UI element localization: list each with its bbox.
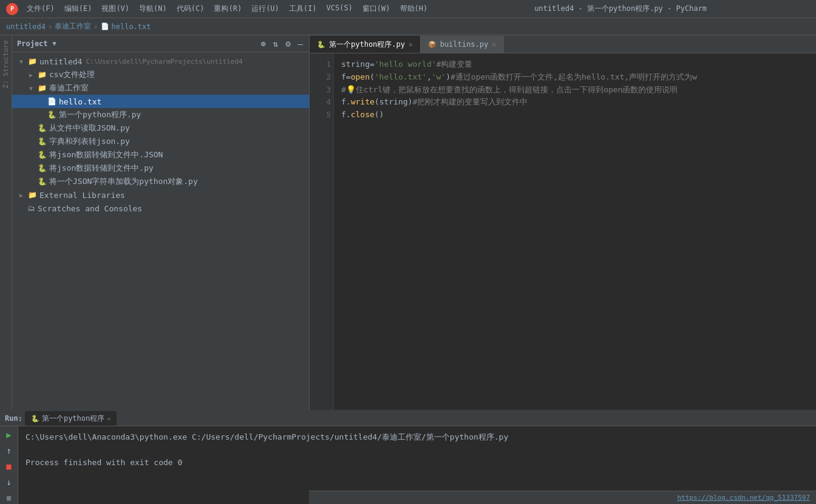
file-name-11: Scratches and Consoles [38, 204, 142, 213]
editor-panel: 🐍 第一个python程序.py ✕ 📦 builtins.py ✕ 1 2 3… [310, 35, 816, 410]
file-name-4: 第一个python程序.py [59, 109, 141, 120]
tree-item-6[interactable]: 🐍字典和列表转json.py [12, 135, 309, 148]
run-tab-label: 第一个python程序 [42, 414, 104, 424]
file-name-6: 字典和列表转json.py [49, 136, 130, 147]
menu-navigate[interactable]: 导航(N) [135, 2, 171, 15]
statusbar: https://blog.csdn.net/qq_51337597 [309, 491, 816, 504]
file-icon-7: 🐍 [38, 151, 47, 159]
menu-vcs[interactable]: VCS(S) [323, 2, 356, 15]
menu-code[interactable]: 代码(C) [173, 2, 208, 15]
code-line-2: f=open('hello.txt','w')#通过open函数打开一个文件,起… [341, 71, 809, 84]
file-name-7: 将json数据转储到文件中.JSON [49, 149, 163, 160]
menu-file[interactable]: 文件(F) [23, 2, 58, 15]
menu-edit[interactable]: 编辑(E) [61, 2, 96, 15]
menu-view[interactable]: 视图(V) [98, 2, 133, 15]
tree-item-3[interactable]: 📄hello.txt [12, 95, 309, 108]
file-icon-11: 🗂 [28, 204, 35, 213]
side-panel-labels: Z: Structure [0, 35, 12, 410]
project-toolbar: Project ▼ ⊕ ⇅ ⚙ — [12, 35, 309, 52]
file-tree: ▼📁untitled4C:\Users\dell\PycharmProjects… [12, 52, 309, 410]
file-name-8: 将json数据转储到文件中.py [49, 163, 154, 174]
tab-first-close[interactable]: ✕ [409, 41, 413, 49]
tab-builtin-label: builtins.py [440, 40, 488, 49]
menu-tools[interactable]: 工具(I) [285, 2, 321, 15]
breadcrumb-file[interactable]: hello.txt [112, 22, 151, 31]
file-icon-9: 🐍 [38, 177, 47, 186]
file-name-1: csv文件处理 [49, 69, 95, 80]
file-name-5: 从文件中读取JSON.py [49, 123, 130, 134]
file-icon-5: 🐍 [38, 124, 47, 132]
file-path-0: C:\Users\dell\PycharmProjects\untitled4 [86, 58, 242, 66]
code-line-1: string='hello world'#构建变量 [341, 58, 809, 71]
code-line-4: f.write(string)#把刚才构建的变量写入到文件中 [341, 96, 809, 109]
window-title: untitled4 - 第一个python程序.py - PyCharm [431, 4, 810, 14]
run-play-icon[interactable]: ▶ [3, 429, 15, 441]
menu-bar: 文件(F) 编辑(E) 视图(V) 导航(N) 代码(C) 重构(R) 运行(U… [23, 2, 431, 15]
code-editor[interactable]: string='hello world'#构建变量 f=open('hello.… [334, 53, 816, 410]
run-tabs: Run: 🐍 第一个python程序 ✕ [0, 411, 816, 426]
breadcrumb-icon: 📄 [101, 22, 109, 30]
tab-first-label: 第一个python程序.py [329, 39, 405, 50]
run-stop-icon[interactable]: ■ [3, 460, 15, 472]
line-num-1: 1 [312, 58, 331, 71]
tree-item-1[interactable]: ▶📁csv文件处理 [12, 68, 309, 81]
file-icon-10: 📁 [28, 191, 37, 199]
tree-item-5[interactable]: 🐍从文件中读取JSON.py [12, 121, 309, 135]
menu-run[interactable]: 运行(U) [248, 2, 283, 15]
tree-item-7[interactable]: 🐍将json数据转储到文件中.JSON [12, 148, 309, 162]
menu-help[interactable]: 帮助(H) [396, 2, 432, 15]
tree-item-0[interactable]: ▼📁untitled4C:\Users\dell\PycharmProjects… [12, 55, 309, 68]
file-name-0: untitled4 [39, 57, 82, 66]
breadcrumb-folder[interactable]: 泰迪工作室 [55, 21, 91, 32]
breadcrumb: untitled4 › 泰迪工作室 › 📄 hello.txt [0, 18, 816, 35]
file-icon-8: 🐍 [38, 164, 47, 172]
settings-icon[interactable]: ⚙ [284, 39, 291, 49]
run-blank-line [25, 444, 809, 457]
run-tab-program[interactable]: 🐍 第一个python程序 ✕ [25, 411, 117, 426]
tree-item-4[interactable]: 🐍第一个python程序.py [12, 108, 309, 121]
tab-builtins[interactable]: 📦 builtins.py ✕ [421, 36, 504, 53]
line-num-3: 3 [312, 84, 331, 97]
tree-item-9[interactable]: 🐍将一个JSON字符串加载为python对象.py [12, 175, 309, 188]
line-num-4: 4 [312, 96, 331, 109]
run-down-icon[interactable]: ↓ [3, 476, 15, 488]
project-label: Project [17, 39, 48, 48]
run-path-line: C:\Users\dell\Anaconda3\python.exe C:/Us… [25, 431, 809, 444]
sync-icon[interactable]: ⇅ [272, 39, 279, 49]
file-icon-1: 📁 [38, 70, 47, 79]
project-caret[interactable]: ▼ [53, 40, 56, 47]
file-name-2: 泰迪工作室 [49, 83, 89, 94]
status-url[interactable]: https://blog.csdn.net/qq_51337597 [677, 494, 810, 502]
tree-item-2[interactable]: ▼📁泰迪工作室 [12, 81, 309, 95]
bottom-panel: Run: 🐍 第一个python程序 ✕ ▶ ↑ ■ ↓ ≡ ⊟ C:\User… [0, 410, 816, 504]
menu-refactor[interactable]: 重构(R) [210, 2, 245, 15]
run-label: Run: [5, 414, 22, 423]
line-num-2: 2 [312, 71, 331, 84]
file-icon-6: 🐍 [38, 137, 47, 146]
add-icon[interactable]: ⊕ [259, 39, 267, 49]
main-area: Z: Structure Project ▼ ⊕ ⇅ ⚙ — ▼📁untitle… [0, 35, 816, 410]
tree-item-10[interactable]: ▶📁External Libraries [12, 188, 309, 202]
breadcrumb-project[interactable]: untitled4 [6, 22, 46, 31]
minimize-icon[interactable]: — [297, 39, 304, 49]
code-line-3: #💡住ctrl键，把鼠标放在想要查找的函数上，得到超链接，点击一下得到open函… [341, 84, 809, 97]
editor-content: 1 2 3 4 5 string='hello world'#构建变量 f=op… [310, 53, 816, 410]
menu-window[interactable]: 窗口(W) [359, 2, 394, 15]
run-exit-line: Process finished with exit code 0 [25, 457, 809, 469]
tab-py-icon: 🐍 [317, 41, 325, 49]
run-up-icon[interactable]: ↑ [3, 444, 15, 457]
file-icon-2: 📁 [38, 84, 47, 92]
project-panel: Project ▼ ⊕ ⇅ ⚙ — ▼📁untitled4C:\Users\de… [12, 35, 310, 410]
run-wrap-icon[interactable]: ≡ [3, 492, 15, 504]
tab-first-python[interactable]: 🐍 第一个python程序.py ✕ [310, 36, 421, 53]
run-tab-icon: 🐍 [31, 415, 39, 423]
file-icon-4: 🐍 [47, 111, 56, 119]
tree-item-8[interactable]: 🐍将json数据转储到文件中.py [12, 162, 309, 175]
run-tab-close[interactable]: ✕ [107, 415, 110, 422]
breadcrumb-sep1: › [48, 22, 52, 31]
tab-builtin-close[interactable]: ✕ [492, 41, 496, 49]
code-line-5: f.close() [341, 109, 809, 121]
structure-label[interactable]: Z: Structure [2, 40, 10, 88]
tree-item-11[interactable]: 🗂Scratches and Consoles [12, 202, 309, 215]
file-name-3: hello.txt [59, 97, 101, 106]
